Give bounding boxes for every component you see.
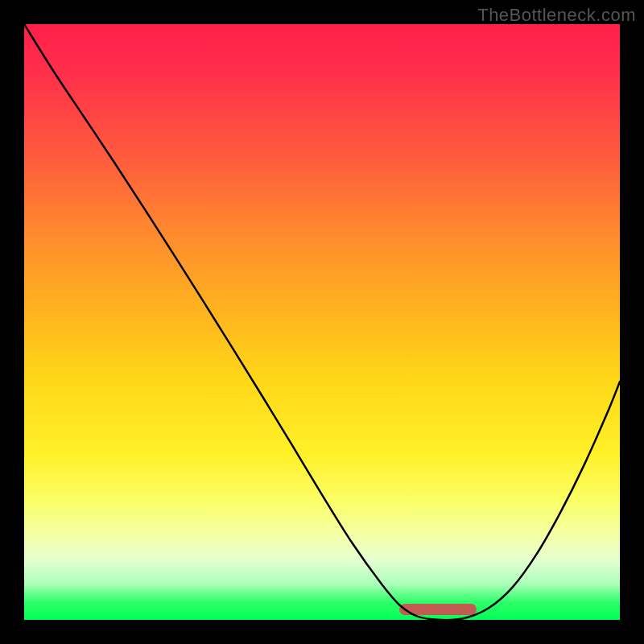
watermark-text: TheBottleneck.com <box>477 5 636 26</box>
chart-frame: TheBottleneck.com <box>0 0 644 644</box>
plot-area <box>24 24 620 620</box>
bottleneck-curve <box>24 24 620 620</box>
